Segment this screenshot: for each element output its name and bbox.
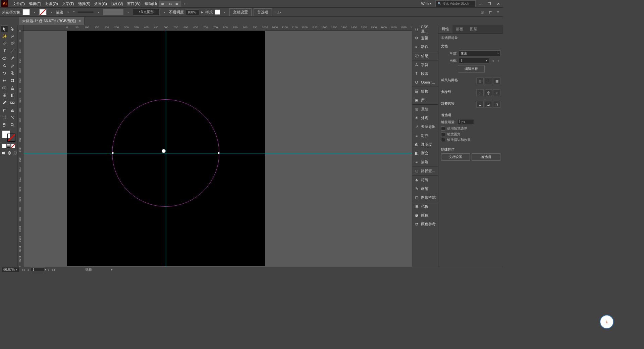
- horizontal-ruler[interactable]: 0501001502002503003504004505005506006507…: [23, 25, 412, 31]
- scale-tool[interactable]: [9, 70, 16, 77]
- panel-A[interactable]: A字符: [412, 60, 438, 69]
- artboard-tool[interactable]: [1, 114, 8, 121]
- panel-sym[interactable]: ♣符号: [412, 176, 438, 184]
- width-tool[interactable]: [1, 77, 8, 84]
- fill-stroke-indicator[interactable]: [2, 130, 15, 142]
- direct-selection-tool[interactable]: [9, 26, 16, 32]
- units-select[interactable]: 像素▾: [459, 50, 500, 56]
- panel-brush[interactable]: ✎画笔: [412, 184, 438, 193]
- panel-link[interactable]: ⛓链接: [412, 87, 438, 96]
- opacity-label[interactable]: 不透明度: [169, 10, 184, 15]
- anchor-right[interactable]: [218, 152, 220, 154]
- zoom-tool[interactable]: [9, 121, 16, 128]
- anchor-center[interactable]: [162, 149, 166, 153]
- panel-var[interactable]: ⚙变量: [412, 34, 438, 42]
- lasso-tool[interactable]: [9, 33, 16, 40]
- minimize-button[interactable]: —: [477, 1, 484, 7]
- cb-scale-corners[interactable]: 缩放圆角: [441, 132, 500, 137]
- panel-export[interactable]: ↗资源导出: [412, 122, 438, 131]
- nav-first[interactable]: I◂: [21, 268, 25, 271]
- shaper-tool[interactable]: [1, 62, 8, 69]
- bridge-button[interactable]: Br: [159, 1, 166, 7]
- panel-grad[interactable]: ◧渐变: [412, 149, 438, 157]
- shape-builder-tool[interactable]: [1, 85, 8, 91]
- guide-icon-1[interactable]: ┼: [476, 89, 484, 96]
- panel-gstyle[interactable]: ▢图形样式: [412, 193, 438, 202]
- panel-lib[interactable]: ▣库: [412, 96, 438, 104]
- gradient-mode[interactable]: [6, 144, 10, 148]
- type-tool[interactable]: T: [1, 48, 8, 54]
- panel-color[interactable]: ◕颜色: [412, 211, 438, 219]
- restore-button[interactable]: ❐: [486, 1, 493, 7]
- gpu-button[interactable]: ✓: [181, 1, 189, 7]
- panel-prop[interactable]: ⊞属性: [412, 105, 438, 113]
- stroke-dd[interactable]: ▾: [49, 11, 54, 14]
- workspace-switcher[interactable]: Web▾: [419, 1, 434, 6]
- tab-properties[interactable]: 属性: [438, 25, 452, 33]
- view-icon-2[interactable]: ⇄: [487, 9, 493, 15]
- draw-behind[interactable]: [7, 150, 12, 156]
- vw-profile[interactable]: [103, 9, 123, 15]
- artboard-nav-field[interactable]: [31, 267, 44, 272]
- ruler-toggle-icon[interactable]: ⊞: [476, 78, 484, 84]
- panel-sun[interactable]: ☀外观: [412, 113, 438, 122]
- align-icon-1[interactable]: ⊏: [476, 101, 484, 108]
- nav-prev[interactable]: ◂: [26, 268, 30, 271]
- transparency-grid-icon[interactable]: ▦: [493, 78, 500, 84]
- menu-view[interactable]: 视图(V): [109, 0, 125, 7]
- symbol-sprayer-tool[interactable]: [1, 107, 8, 113]
- blend-tool[interactable]: [9, 99, 16, 106]
- menu-window[interactable]: 窗口(W): [125, 0, 143, 7]
- menu-effect[interactable]: 效果(C): [92, 0, 109, 7]
- quick-doc-setup-button[interactable]: 文档设置: [441, 153, 470, 161]
- view-icon-3[interactable]: ≡: [495, 9, 501, 15]
- mesh-tool[interactable]: [1, 92, 8, 99]
- tab-layers[interactable]: 图层: [467, 25, 481, 33]
- artboard-select[interactable]: 1▾: [459, 58, 489, 64]
- align-menu-icon[interactable]: ⊤⊥▾: [274, 9, 280, 15]
- edit-artboard-button[interactable]: 编辑画板: [458, 65, 485, 72]
- color-mode[interactable]: [2, 144, 6, 148]
- menu-help[interactable]: 帮助(H): [143, 0, 159, 7]
- selection-tool[interactable]: [1, 26, 8, 32]
- guide-icon-2[interactable]: ╬: [485, 89, 492, 96]
- stroke-weight-field[interactable]: [77, 11, 94, 13]
- document-tab[interactable]: 未标题-1* @ 66.67% (RGB/预览) ×: [19, 17, 85, 25]
- gradient-tool[interactable]: [9, 92, 16, 99]
- panel-path[interactable]: ⊡路径查...: [412, 166, 438, 175]
- panel-play[interactable]: ▸动作: [412, 42, 438, 51]
- panel-para[interactable]: ¶段落: [412, 69, 438, 78]
- vertical-ruler[interactable]: 0501001502002503003504004505005506006507…: [17, 31, 23, 267]
- ellipse-tool[interactable]: [1, 55, 8, 62]
- panel-trans[interactable]: ◐透明度: [412, 140, 438, 149]
- nav-next[interactable]: ▸: [47, 268, 51, 271]
- quick-prefs-button[interactable]: 首选项: [472, 153, 500, 161]
- fill-swatch[interactable]: [22, 9, 30, 15]
- hand-tool[interactable]: [1, 121, 8, 128]
- tab-close-icon[interactable]: ×: [79, 19, 81, 23]
- rotate-tool[interactable]: [1, 70, 8, 77]
- menu-type[interactable]: 文字(T): [60, 0, 76, 7]
- pen-tool[interactable]: [1, 40, 8, 47]
- eyedropper-tool[interactable]: [1, 99, 8, 106]
- graph-tool[interactable]: [9, 107, 16, 113]
- menu-file[interactable]: 文件(F): [11, 0, 27, 7]
- menu-select[interactable]: 选择(S): [76, 0, 93, 7]
- menu-object[interactable]: 对象(O): [43, 0, 60, 7]
- anchor-left[interactable]: [112, 152, 114, 154]
- magic-wand-tool[interactable]: ✨: [1, 33, 8, 40]
- perspective-tool[interactable]: [9, 85, 16, 91]
- menu-edit[interactable]: 编辑(E): [27, 0, 43, 7]
- nav-last[interactable]: ▸I: [52, 268, 56, 271]
- panel-cref[interactable]: ◔颜色参考: [412, 219, 438, 228]
- stroke-swatch[interactable]: [39, 9, 47, 15]
- ellipse-path[interactable]: [112, 99, 219, 207]
- zoom-field[interactable]: 66.67%▾: [2, 267, 19, 272]
- stock-button[interactable]: St: [166, 1, 174, 7]
- stroke-label[interactable]: 描边: [56, 10, 63, 15]
- close-button[interactable]: ✕: [494, 1, 502, 7]
- style-swatch[interactable]: [215, 9, 220, 15]
- panel-css[interactable]: {}CSS 属...: [412, 25, 438, 34]
- tab-artboards[interactable]: 画板: [452, 25, 467, 33]
- guide-icon-3[interactable]: ⊹: [493, 89, 500, 96]
